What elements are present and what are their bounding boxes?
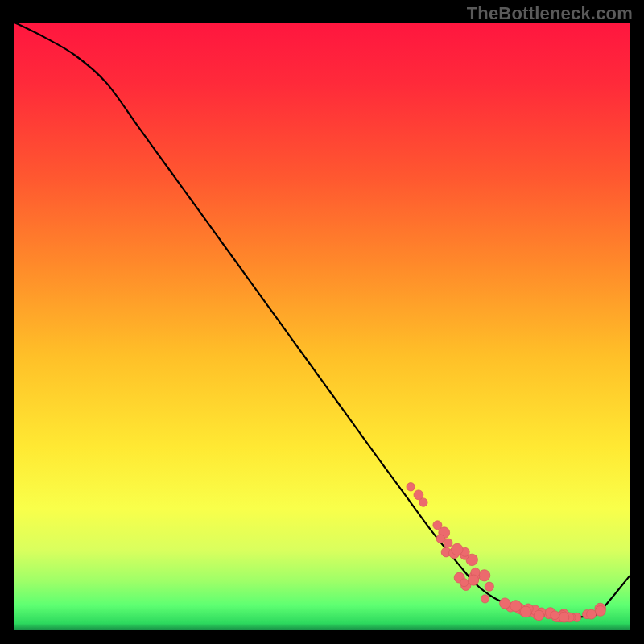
data-dot — [407, 483, 415, 491]
data-dot — [595, 606, 605, 617]
data-dot — [500, 598, 510, 609]
dots-group — [407, 483, 605, 623]
data-dot — [469, 575, 479, 585]
bottleneck-curve — [14, 23, 630, 617]
data-dot — [452, 543, 463, 555]
data-dot — [587, 609, 597, 619]
data-dot — [444, 539, 452, 547]
data-dot — [485, 582, 493, 591]
brand-watermark: TheBottleneck.com — [467, 3, 633, 24]
data-dot — [460, 579, 469, 587]
data-dot — [419, 498, 427, 506]
chart-stage: TheBottleneck.com — [0, 0, 644, 644]
data-dot — [551, 611, 559, 620]
data-dot — [534, 610, 544, 621]
plot-area — [14, 23, 630, 630]
data-dot — [481, 595, 489, 603]
data-dot — [559, 613, 569, 622]
data-dot — [520, 606, 531, 617]
curve-layer — [14, 23, 630, 630]
data-dot — [479, 570, 490, 581]
